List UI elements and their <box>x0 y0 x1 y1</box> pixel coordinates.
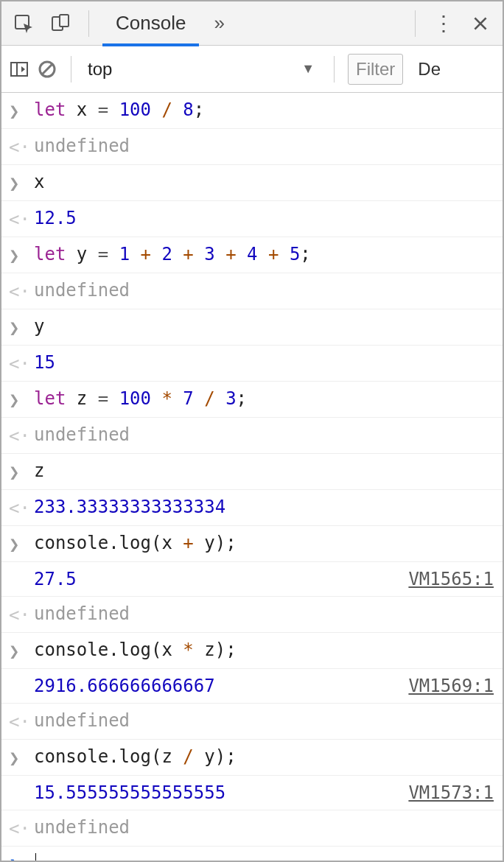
row-content: 15.555555555555555 <box>34 782 401 804</box>
console-output[interactable]: ❯let x = 100 / 8;<·undefined❯x<·12.5❯let… <box>1 93 503 862</box>
console-row[interactable]: 2916.666666666667VM1569:1 <box>1 669 503 704</box>
console-row[interactable]: ❯x <box>1 165 503 201</box>
svg-rect-2 <box>60 15 69 27</box>
row-content: undefined <box>34 424 494 446</box>
filter-input[interactable]: Filter <box>348 54 403 85</box>
console-row[interactable]: ❯ <box>1 847 503 862</box>
row-content: 12.5 <box>34 207 494 229</box>
row-content: undefined <box>34 816 494 838</box>
row-content: let y = 1 + 2 + 3 + 4 + 5; <box>34 243 494 265</box>
row-content: x <box>34 171 494 193</box>
console-row[interactable]: ❯console.log(x + y); <box>1 526 503 562</box>
row-content: y <box>34 315 494 337</box>
console-row[interactable]: <·undefined <box>1 129 503 165</box>
dropdown-caret-icon: ▼ <box>301 61 315 77</box>
console-row[interactable]: <·15 <box>1 346 503 382</box>
context-label: top <box>88 59 112 80</box>
console-row[interactable]: 27.5VM1565:1 <box>1 562 503 597</box>
subbar-separator <box>71 56 71 83</box>
device-toggle-icon[interactable] <box>46 9 75 38</box>
output-prompt-icon: <· <box>9 816 34 840</box>
row-content: console.log(x + y); <box>34 532 494 554</box>
svg-line-6 <box>42 64 52 74</box>
input-cursor <box>35 853 36 862</box>
svg-rect-4 <box>11 63 17 76</box>
settings-menu-icon[interactable]: ⋮ <box>429 9 458 38</box>
row-content <box>34 852 494 862</box>
console-row[interactable]: ❯let z = 100 * 7 / 3; <box>1 382 503 418</box>
console-subtoolbar: top ▼ Filter De <box>1 46 503 93</box>
output-prompt-icon: <· <box>9 603 34 626</box>
console-row[interactable]: 15.555555555555555VM1573:1 <box>1 776 503 810</box>
row-content: undefined <box>34 709 494 732</box>
execution-context-select[interactable]: top ▼ <box>85 55 321 84</box>
devtools-toolbar: Console » ⋮ <box>1 1 503 46</box>
toggle-sidebar-icon[interactable] <box>9 59 29 80</box>
console-row[interactable]: ❯console.log(x * z); <box>1 633 503 669</box>
toolbar-separator <box>88 10 89 37</box>
inspect-element-icon[interactable] <box>9 9 38 38</box>
row-content: 233.33333333333334 <box>34 496 494 518</box>
subbar-separator <box>334 56 335 83</box>
row-content: undefined <box>34 603 494 625</box>
input-prompt-icon: ❯ <box>9 315 34 339</box>
output-prompt-icon: <· <box>9 207 34 231</box>
close-devtools-icon[interactable] <box>466 9 495 38</box>
tabs-overflow-icon[interactable]: » <box>206 12 220 35</box>
console-row[interactable]: <·undefined <box>1 704 503 740</box>
row-content: console.log(z / y); <box>34 746 494 768</box>
input-prompt-icon: ❯ <box>9 460 34 483</box>
filter-placeholder: Filter <box>356 59 395 80</box>
toolbar-separator <box>415 10 416 37</box>
console-row[interactable]: ❯console.log(z / y); <box>1 740 503 776</box>
row-content: undefined <box>34 279 494 301</box>
input-prompt-icon: ❯ <box>9 746 34 769</box>
console-row[interactable]: <·undefined <box>1 273 503 309</box>
input-prompt-icon: ❯ <box>9 171 34 195</box>
input-prompt-icon: ❯ <box>9 532 34 556</box>
row-content: undefined <box>34 135 494 157</box>
console-row[interactable]: ❯let y = 1 + 2 + 3 + 4 + 5; <box>1 237 503 273</box>
source-link[interactable]: VM1573:1 <box>401 782 494 804</box>
row-content: z <box>34 460 494 482</box>
output-prompt-icon: <· <box>9 496 34 519</box>
row-content: 27.5 <box>34 568 401 590</box>
console-row[interactable]: ❯z <box>1 454 503 490</box>
log-gutter <box>9 568 34 570</box>
console-row[interactable]: <·undefined <box>1 597 503 633</box>
live-prompt-icon: ❯ <box>9 852 34 862</box>
row-content: console.log(x * z); <box>34 639 494 661</box>
tab-console[interactable]: Console <box>102 1 199 46</box>
output-prompt-icon: <· <box>9 709 34 733</box>
console-row[interactable]: <·233.33333333333334 <box>1 490 503 526</box>
log-levels-label: De <box>410 59 441 80</box>
console-row[interactable]: <·undefined <box>1 418 503 454</box>
row-content: let x = 100 / 8; <box>34 99 494 121</box>
input-prompt-icon: ❯ <box>9 639 34 662</box>
output-prompt-icon: <· <box>9 279 34 303</box>
row-content: let z = 100 * 7 / 3; <box>34 388 494 410</box>
input-prompt-icon: ❯ <box>9 99 34 122</box>
row-content: 15 <box>34 351 494 374</box>
clear-console-icon[interactable] <box>37 59 57 80</box>
input-prompt-icon: ❯ <box>9 243 34 267</box>
input-prompt-icon: ❯ <box>9 388 34 411</box>
output-prompt-icon: <· <box>9 135 34 158</box>
output-prompt-icon: <· <box>9 424 34 447</box>
log-gutter <box>9 782 34 783</box>
console-row[interactable]: ❯y <box>1 309 503 346</box>
source-link[interactable]: VM1569:1 <box>401 675 494 697</box>
console-row[interactable]: <·undefined <box>1 810 503 847</box>
console-row[interactable]: ❯let x = 100 / 8; <box>1 93 503 129</box>
log-gutter <box>9 675 34 676</box>
row-content: 2916.666666666667 <box>34 675 401 697</box>
console-row[interactable]: <·12.5 <box>1 201 503 237</box>
output-prompt-icon: <· <box>9 351 34 375</box>
tab-label: Console <box>116 12 186 35</box>
source-link[interactable]: VM1565:1 <box>401 568 494 590</box>
